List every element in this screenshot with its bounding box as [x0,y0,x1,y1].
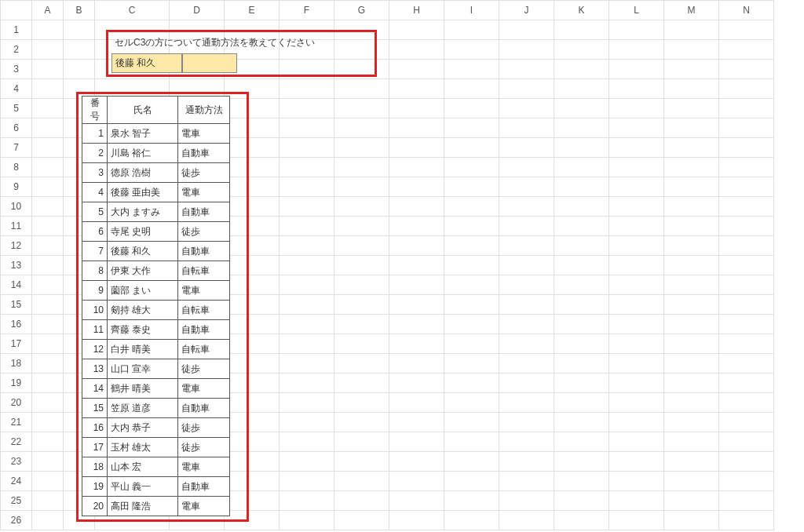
cell-M21[interactable] [664,413,719,432]
cell-A8[interactable] [32,158,64,177]
cell-N23[interactable] [719,452,774,472]
cell-name[interactable]: 泉水 智子 [108,124,178,144]
cell-commute[interactable]: 自動車 [178,144,230,163]
cell-I7[interactable] [444,138,499,158]
cell-L4[interactable] [609,79,664,99]
cell-F6[interactable] [280,118,334,138]
cell-L22[interactable] [609,432,664,452]
cell-name[interactable]: 鶴井 晴美 [108,379,178,399]
cell-E11[interactable] [225,217,280,236]
cell-J3[interactable] [499,60,554,79]
cell-M1[interactable] [664,20,719,40]
cell-M24[interactable] [664,472,719,491]
cell-H26[interactable] [389,511,444,530]
cell-K8[interactable] [554,158,609,177]
cell-K16[interactable] [554,315,609,334]
cell-G4[interactable] [334,79,389,99]
cell-commute[interactable]: 自動車 [178,242,230,261]
cell-commute[interactable]: 電車 [178,379,230,399]
cell-L17[interactable] [609,334,664,354]
cell-E23[interactable] [225,452,280,472]
cell-name[interactable]: 白井 晴美 [108,340,178,359]
cell-G14[interactable] [334,275,389,295]
cell-F11[interactable] [280,217,334,236]
cell-H16[interactable] [389,315,444,334]
cell-L20[interactable] [609,393,664,413]
cell-N12[interactable] [719,236,774,256]
cell-L19[interactable] [609,373,664,393]
cell-commute[interactable]: 自転車 [178,261,230,281]
cell-K20[interactable] [554,393,609,413]
cell-F26[interactable] [280,511,334,530]
cell-A16[interactable] [32,315,64,334]
cell-C3[interactable] [95,60,170,79]
cell-F4[interactable] [280,79,334,99]
cell-F22[interactable] [280,432,334,452]
cell-F12[interactable] [280,236,334,256]
cell-A25[interactable] [32,491,64,511]
cell-J4[interactable] [499,79,554,99]
cell-N7[interactable] [719,138,774,158]
cell-L11[interactable] [609,217,664,236]
cell-I8[interactable] [444,158,499,177]
cell-name[interactable]: 笠原 道彦 [108,399,178,418]
cell-N3[interactable] [719,60,774,79]
cell-A6[interactable] [32,118,64,138]
cell-J18[interactable] [499,354,554,373]
cell-E3[interactable] [225,60,280,79]
cell-K1[interactable] [554,20,609,40]
cell-commute[interactable]: 電車 [178,497,230,516]
cell-E19[interactable] [225,373,280,393]
cell-D3[interactable] [170,60,225,79]
cell-J2[interactable] [499,40,554,60]
cell-commute[interactable]: 徒歩 [178,418,230,438]
row-header-21[interactable]: 21 [1,413,32,432]
cell-E25[interactable] [225,491,280,511]
column-header-K[interactable]: K [554,1,609,20]
cell-G26[interactable] [334,511,389,530]
cell-B2[interactable] [64,40,95,60]
cell-N11[interactable] [719,217,774,236]
cell-H7[interactable] [389,138,444,158]
cell-G1[interactable] [334,20,389,40]
cell-A24[interactable] [32,472,64,491]
cell-F20[interactable] [280,393,334,413]
cell-E18[interactable] [225,354,280,373]
cell-commute[interactable]: 徒歩 [178,438,230,457]
cell-J8[interactable] [499,158,554,177]
cell-I21[interactable] [444,413,499,432]
cell-H1[interactable] [389,20,444,40]
cell-H20[interactable] [389,393,444,413]
column-header-I[interactable]: I [444,1,499,20]
cell-E4[interactable] [225,79,280,99]
cell-L18[interactable] [609,354,664,373]
cell-L24[interactable] [609,472,664,491]
cell-N8[interactable] [719,158,774,177]
cell-N5[interactable] [719,99,774,118]
cell-L13[interactable] [609,256,664,275]
cell-commute[interactable]: 自動車 [178,202,230,222]
cell-H6[interactable] [389,118,444,138]
cell-G18[interactable] [334,354,389,373]
cell-H14[interactable] [389,275,444,295]
cell-A11[interactable] [32,217,64,236]
column-header-F[interactable]: F [280,1,334,20]
cell-M22[interactable] [664,432,719,452]
cell-N1[interactable] [719,20,774,40]
column-header-J[interactable]: J [499,1,554,20]
cell-J25[interactable] [499,491,554,511]
cell-commute[interactable]: 電車 [178,457,230,477]
cell-M19[interactable] [664,373,719,393]
cell-K22[interactable] [554,432,609,452]
cell-K6[interactable] [554,118,609,138]
cell-N13[interactable] [719,256,774,275]
cell-G15[interactable] [334,295,389,315]
cell-name[interactable]: 寺尾 史明 [108,222,178,242]
column-header-H[interactable]: H [389,1,444,20]
cell-K4[interactable] [554,79,609,99]
cell-number[interactable]: 7 [82,242,108,261]
cell-F10[interactable] [280,197,334,217]
cell-H18[interactable] [389,354,444,373]
cell-I11[interactable] [444,217,499,236]
cell-L12[interactable] [609,236,664,256]
